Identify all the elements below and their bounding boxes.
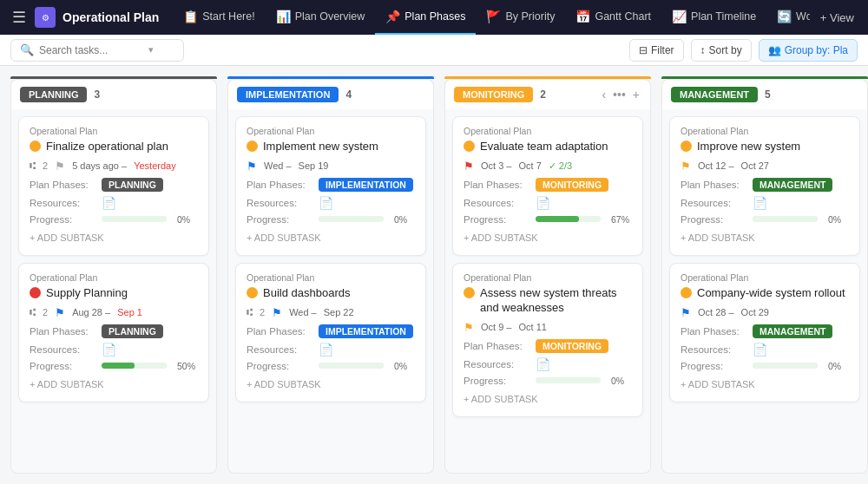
add-subtask-button[interactable]: + ADD SUBTASK (464, 390, 632, 408)
task-card: Operational Plan Company-wide system rol… (669, 263, 860, 402)
col-count-management: 5 (765, 88, 771, 101)
card-title[interactable]: Finalize operational plan (46, 140, 168, 154)
card-title[interactable]: Implement new system (263, 140, 378, 154)
col-count-monitoring: 2 (540, 88, 546, 101)
card-resources-field: Resources: 📄 (247, 196, 415, 210)
add-view-button[interactable]: + View (813, 11, 861, 24)
phase-label: Plan Phases: (247, 326, 312, 337)
card-project: Operational Plan (247, 272, 415, 283)
col-prev-icon[interactable]: ‹ (600, 88, 608, 101)
attachment-icon[interactable]: 📄 (102, 343, 116, 356)
sort-button[interactable]: ↕ Sort by (691, 39, 752, 62)
hamburger-menu[interactable]: ☰ (7, 8, 31, 27)
card-progress-field: Progress: 0% (681, 214, 849, 225)
search-box[interactable]: 🔍 ▾ (10, 39, 184, 62)
col-more-icon[interactable]: ••• (611, 88, 628, 101)
progress-pct: 0% (611, 376, 632, 386)
card-phase-field: Plan Phases: MANAGEMENT (681, 324, 849, 338)
attachment-icon[interactable]: 📄 (536, 196, 550, 210)
app-title: Operational Plan (62, 10, 159, 24)
group-by-button[interactable]: 👥 Group by: Pla (759, 39, 858, 62)
search-input[interactable] (39, 44, 143, 56)
card-date-start: Oct 3 – (481, 160, 511, 171)
card-title-row: Finalize operational plan (30, 140, 198, 154)
progress-pct: 0% (828, 361, 849, 371)
card-date-end: Oct 11 (518, 322, 546, 332)
status-dot (681, 287, 692, 298)
card-title[interactable]: Build dashboards (263, 286, 350, 301)
attachment-icon[interactable]: 📄 (753, 196, 767, 210)
attachment-icon[interactable]: 📄 (536, 357, 550, 371)
add-subtask-button[interactable]: + ADD SUBTASK (681, 376, 849, 393)
card-title-row: Supply Planning (30, 286, 198, 301)
add-subtask-button[interactable]: + ADD SUBTASK (30, 376, 198, 393)
card-phase-field: Plan Phases: IMPLEMENTATION (247, 178, 415, 192)
status-dot (681, 141, 692, 152)
card-date-start: Oct 9 – (481, 322, 511, 332)
status-dot (247, 287, 258, 298)
card-meta: ⑆2 ⚑ 5 days ago – Yesterday (30, 160, 198, 173)
subtask-icon: ⑆ (30, 306, 36, 318)
top-navigation: ☰ ⚙ Operational Plan 📋 Start Here! 📊 Pla… (0, 0, 868, 35)
card-phase-field: Plan Phases: IMPLEMENTATION (247, 324, 415, 338)
add-subtask-button[interactable]: + ADD SUBTASK (247, 376, 415, 393)
attachment-icon[interactable]: 📄 (753, 343, 767, 356)
phase-tag: MONITORING (536, 339, 608, 353)
resources-label: Resources: (247, 198, 312, 208)
progress-bar (536, 377, 601, 383)
tab-gantt-chart[interactable]: 📅 Gantt Chart (565, 0, 661, 35)
subtask-icon: ⑆ (247, 306, 253, 318)
sort-icon: ↕ (700, 44, 706, 56)
card-title[interactable]: Evaluate team adaptation (480, 140, 608, 154)
start-here-icon: 📋 (183, 10, 198, 23)
add-subtask-button[interactable]: + ADD SUBTASK (247, 229, 415, 246)
card-resources-field: Resources: 📄 (30, 196, 198, 210)
progress-pct: 0% (394, 214, 415, 225)
column-body: Operational Plan Improve new system ⚑ Oc… (661, 109, 868, 474)
progress-label: Progress: (247, 361, 312, 371)
progress-bar (753, 216, 818, 222)
card-project: Operational Plan (464, 126, 632, 136)
task-card: Operational Plan Finalize operational pl… (18, 116, 209, 256)
column-body: Operational Plan Implement new system ⚑ … (227, 109, 434, 474)
tab-plan-phases[interactable]: 📌 Plan Phases (375, 0, 476, 35)
progress-label: Progress: (30, 214, 95, 225)
card-title[interactable]: Improve new system (697, 140, 800, 154)
attachment-icon[interactable]: 📄 (102, 196, 116, 210)
filter-button[interactable]: ⊟ Filter (629, 39, 684, 62)
progress-pct: 50% (177, 361, 198, 371)
add-subtask-button[interactable]: + ADD SUBTASK (681, 229, 849, 246)
card-date-end: Oct 27 (741, 160, 769, 171)
card-title[interactable]: Supply Planning (46, 286, 128, 301)
col-badge-monitoring: MONITORING (454, 87, 533, 102)
tab-plan-overview[interactable]: 📊 Plan Overview (266, 0, 376, 35)
card-project: Operational Plan (247, 126, 415, 136)
progress-pct: 0% (394, 361, 415, 371)
progress-label: Progress: (464, 376, 529, 386)
col-add-icon[interactable]: + (631, 88, 641, 101)
chevron-down-icon[interactable]: ▾ (148, 44, 154, 56)
card-title[interactable]: Company-wide system rollout (697, 286, 845, 301)
progress-pct: 0% (177, 214, 198, 225)
card-title[interactable]: Assess new system threats and weaknesses (480, 286, 632, 316)
subtask-count: 2 (43, 160, 48, 171)
attachment-icon[interactable]: 📄 (319, 343, 333, 356)
tab-by-priority[interactable]: 🚩 By Priority (476, 0, 565, 35)
card-meta: ⚑ Oct 3 – Oct 7 ✓ 2/3 (464, 160, 632, 173)
card-resources-field: Resources: 📄 (30, 343, 198, 356)
add-subtask-button[interactable]: + ADD SUBTASK (464, 229, 632, 246)
phase-tag: PLANNING (102, 178, 163, 192)
phase-label: Plan Phases: (681, 180, 746, 190)
tab-plan-timeline[interactable]: 📈 Plan Timeline (661, 0, 766, 35)
gantt-icon: 📅 (575, 10, 590, 23)
phase-tag: MONITORING (536, 178, 608, 192)
phase-label: Plan Phases: (464, 341, 529, 351)
tab-workload[interactable]: 🔄 Workload (766, 0, 810, 35)
add-subtask-button[interactable]: + ADD SUBTASK (30, 229, 198, 246)
column-monitoring: MONITORING 2 ‹ ••• + Operational Plan Ev… (444, 76, 651, 474)
attachment-icon[interactable]: 📄 (319, 196, 333, 210)
card-phase-field: Plan Phases: PLANNING (30, 324, 198, 338)
task-card: Operational Plan Build dashboards ⑆2 ⚑ W… (235, 263, 426, 402)
card-date-start: Oct 28 – (698, 307, 734, 317)
tab-start-here[interactable]: 📋 Start Here! (173, 0, 265, 35)
